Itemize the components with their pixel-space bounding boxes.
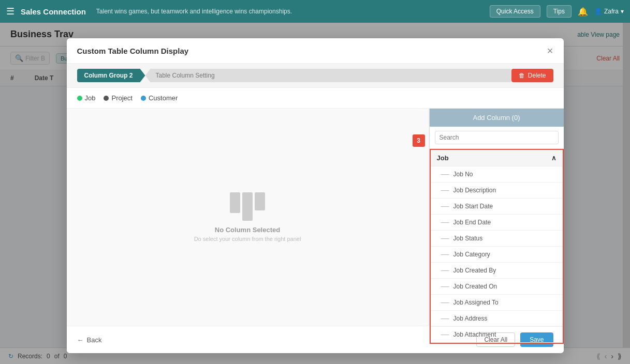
dash-icon: — (441, 170, 449, 178)
tab-project-label: Project (111, 94, 132, 102)
column-list: Job ∧ — Job No — Job Description (430, 149, 564, 344)
col-item-label: Job Start Date (453, 203, 493, 210)
bar3 (255, 192, 265, 210)
dash-icon: — (441, 266, 449, 275)
col-item-job-created-by[interactable]: — Job Created By (431, 263, 563, 279)
user-dropdown-icon: ▾ (621, 8, 624, 15)
dash-icon: — (441, 314, 449, 323)
col-item-job-description[interactable]: — Job Description (431, 183, 563, 199)
no-column-icon (230, 192, 265, 221)
dash-icon: — (441, 186, 449, 194)
col-item-job-address[interactable]: — Job Address (431, 311, 563, 327)
delete-label: Delete (528, 72, 546, 79)
delete-button[interactable]: 🗑 Delete (511, 69, 553, 82)
dash-icon: — (441, 218, 449, 226)
dash-icon: — (441, 250, 449, 259)
no-column-subtitle: Do select your column from the right pan… (194, 236, 301, 242)
col-item-job-created-on[interactable]: — Job Created On (431, 279, 563, 295)
user-avatar-icon: 👤 (594, 8, 602, 15)
dash-icon: — (441, 202, 449, 210)
col-item-label: Job No (453, 171, 473, 178)
page-background: Business Trav able View page 🔍 Filter B … (0, 23, 630, 364)
col-item-job-no[interactable]: — Job No (431, 166, 563, 183)
tagline: Talent wins games, but teamwork and inte… (96, 8, 484, 15)
col-group-job-header[interactable]: Job ∧ (431, 150, 563, 166)
dash-icon: — (441, 298, 449, 307)
col-item-label: Job Description (453, 187, 496, 194)
tips-button[interactable]: Tips (547, 5, 572, 18)
no-column-title: No Column Selected (215, 226, 280, 234)
col-item-job-end-date[interactable]: — Job End Date (431, 215, 563, 231)
tab-job-label: Job (85, 94, 96, 102)
search-box (430, 127, 564, 149)
col-item-label: Job Attachment (453, 331, 496, 338)
col-item-job-start-date[interactable]: — Job Start Date (431, 199, 563, 215)
back-button[interactable]: ← Back (77, 336, 102, 344)
col-group-job-label: Job (437, 154, 449, 162)
col-item-label: Job Created By (453, 267, 496, 274)
col-item-label: Job Assigned To (453, 299, 499, 306)
modal-title: Custom Table Column Display (77, 47, 189, 55)
tab-project-dot (104, 96, 109, 101)
modal-body: No Column Selected Do select your column… (67, 109, 564, 326)
right-panel-wrapper: 3 Add Column (0) Job ∧ (429, 109, 564, 326)
col-item-label: Job Address (453, 315, 488, 322)
dash-icon: — (441, 234, 449, 242)
brand-name: Sales Connection (21, 7, 86, 16)
modal-header: Custom Table Column Display × (67, 38, 564, 64)
col-item-label: Job Category (453, 251, 490, 258)
tab-customer[interactable]: Customer (141, 94, 178, 102)
notification-icon[interactable]: 🔔 (578, 7, 588, 17)
breadcrumb-step1[interactable]: Column Group 2 (77, 69, 145, 82)
bar2 (242, 192, 253, 221)
custom-table-column-modal: Custom Table Column Display × Column Gro… (67, 38, 564, 353)
tab-row: Job Project Customer (67, 88, 564, 109)
menu-icon[interactable]: ☰ (6, 6, 14, 17)
breadcrumb-bar: Column Group 2 Table Column Setting 🗑 De… (67, 64, 564, 88)
quick-access-button[interactable]: Quick Access (490, 5, 540, 18)
bar1 (230, 192, 240, 213)
tab-customer-label: Customer (149, 94, 178, 102)
trash-icon: 🗑 (519, 72, 525, 79)
col-item-job-status[interactable]: — Job Status (431, 231, 563, 247)
left-panel: No Column Selected Do select your column… (67, 109, 429, 326)
dash-icon: — (441, 282, 449, 291)
tab-project[interactable]: Project (104, 94, 132, 102)
col-item-label: Job End Date (453, 219, 491, 226)
back-label: Back (87, 336, 102, 344)
step-badge: 3 (413, 134, 425, 147)
breadcrumb-step2[interactable]: Table Column Setting (145, 69, 511, 82)
top-navigation: ☰ Sales Connection Talent wins games, bu… (0, 0, 630, 23)
tab-job[interactable]: Job (77, 94, 96, 102)
right-panel: Add Column (0) Job ∧ (429, 109, 564, 344)
col-item-label: Job Status (453, 235, 483, 242)
dash-icon: — (441, 330, 449, 339)
column-search-input[interactable] (435, 131, 559, 144)
back-arrow-icon: ← (77, 336, 84, 344)
modal-close-button[interactable]: × (547, 46, 553, 56)
col-item-label: Job Created On (453, 283, 497, 290)
tab-customer-dot (141, 96, 146, 101)
add-column-header: Add Column (0) (430, 109, 564, 127)
user-menu[interactable]: 👤 Zafra ▾ (594, 8, 624, 15)
col-item-job-assigned-to[interactable]: — Job Assigned To (431, 295, 563, 311)
user-name: Zafra (604, 8, 619, 15)
collapse-icon: ∧ (551, 154, 556, 162)
col-item-job-attachment[interactable]: — Job Attachment (431, 327, 563, 343)
tab-job-dot (77, 96, 82, 101)
col-item-job-category[interactable]: — Job Category (431, 247, 563, 263)
